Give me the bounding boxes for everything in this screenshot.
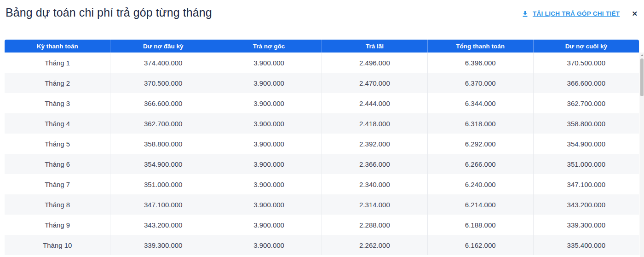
table-cell: 6.240.000 [427,174,533,194]
table-cell: 6.162.000 [427,235,533,255]
table-cell: 3.900.000 [216,194,322,215]
table-cell: 3.900.000 [216,154,322,174]
table-cell: 2.418.000 [322,113,427,134]
column-header: Tổng thanh toán [427,40,533,53]
table-cell: 343.200.000 [533,194,639,215]
page-title: Bảng dự toán chi phí trả góp từng tháng [6,6,212,19]
table-cell: 6.396.000 [427,53,533,73]
table-cell: 3.900.000 [216,235,322,255]
table-cell: Tháng 9 [5,215,110,235]
installment-table: Kỳ thanh toánDư nợ đầu kỳTrả nợ gốcTrả l… [5,40,639,255]
table-cell: Tháng 7 [5,174,110,194]
table-cell: 6.370.000 [427,73,533,93]
vertical-scrollbar[interactable] [640,53,644,257]
table-cell: Tháng 5 [5,134,110,154]
table-cell: 2.340.000 [322,174,427,194]
table-cell: 2.470.000 [322,73,427,93]
table-cell: 335.400.000 [533,235,639,255]
table-cell: 6.292.000 [427,134,533,154]
table-cell: 2.496.000 [322,53,427,73]
column-header: Trả lãi [322,40,427,53]
download-icon [522,10,529,18]
table-row: Tháng 2370.500.0003.900.0002.470.0006.37… [5,73,639,93]
installment-modal: Bảng dự toán chi phí trả góp từng tháng … [0,0,644,257]
table-cell: 2.314.000 [322,194,427,215]
table-cell: 347.100.000 [110,194,216,215]
table-row: Tháng 9343.200.0003.900.0002.288.0006.18… [5,215,639,235]
table-cell: 6.266.000 [427,154,533,174]
column-header: Trả nợ gốc [216,40,322,53]
table-cell: 3.900.000 [216,215,322,235]
table-row: Tháng 1374.400.0003.900.0002.496.0006.39… [5,53,639,73]
download-link-label: TẢI LỊCH TRẢ GÓP CHI TIẾT [533,10,620,17]
table-header-row: Kỳ thanh toánDư nợ đầu kỳTrả nợ gốcTrả l… [5,40,639,53]
table-cell: 339.300.000 [533,215,639,235]
table-cell: 362.700.000 [110,113,216,134]
table-cell: 6.344.000 [427,93,533,113]
table-cell: 339.300.000 [110,235,216,255]
table-cell: 2.444.000 [322,93,427,113]
table-cell: 6.214.000 [427,194,533,215]
table-cell: 370.500.000 [110,73,216,93]
table-cell: 3.900.000 [216,113,322,134]
header-actions: TẢI LỊCH TRẢ GÓP CHI TIẾT ✕ [522,9,638,18]
table-cell: 358.800.000 [533,113,639,134]
table-cell: 2.392.000 [322,134,427,154]
table-cell: 351.000.000 [533,154,639,174]
column-header: Kỳ thanh toán [5,40,110,53]
table-cell: 3.900.000 [216,53,322,73]
column-header: Dư nợ cuối kỳ [533,40,639,53]
table-cell: 2.366.000 [322,154,427,174]
table-row: Tháng 5358.800.0003.900.0002.392.0006.29… [5,134,639,154]
table-row: Tháng 4362.700.0003.900.0002.418.0006.31… [5,113,639,134]
table-cell: 362.700.000 [533,93,639,113]
close-button[interactable]: ✕ [631,9,638,18]
table-row: Tháng 7351.000.0003.900.0002.340.0006.24… [5,174,639,194]
table-row: Tháng 10339.300.0003.900.0002.262.0006.1… [5,235,639,255]
download-schedule-link[interactable]: TẢI LỊCH TRẢ GÓP CHI TIẾT [522,10,620,18]
table-cell: Tháng 6 [5,154,110,174]
table-cell: 374.400.000 [110,53,216,73]
table-row: Tháng 8347.100.0003.900.0002.314.0006.21… [5,194,639,215]
table-cell: 354.900.000 [533,134,639,154]
column-header: Dư nợ đầu kỳ [110,40,216,53]
table-row: Tháng 6354.900.0003.900.0002.366.0006.26… [5,154,639,174]
table-cell: 358.800.000 [110,134,216,154]
table-cell: Tháng 10 [5,235,110,255]
table-cell: 343.200.000 [110,215,216,235]
table-cell: 3.900.000 [216,134,322,154]
table-cell: 2.288.000 [322,215,427,235]
table-row: Tháng 3366.600.0003.900.0002.444.0006.34… [5,93,639,113]
table-cell: 347.100.000 [533,174,639,194]
table-cell: 2.262.000 [322,235,427,255]
table-cell: 366.600.000 [110,93,216,113]
table-cell: Tháng 8 [5,194,110,215]
scrollbar-up-arrow-icon[interactable] [641,54,644,56]
table-cell: Tháng 1 [5,53,110,73]
table-cell: Tháng 3 [5,93,110,113]
table-cell: 370.500.000 [533,53,639,73]
table-body: Tháng 1374.400.0003.900.0002.496.0006.39… [5,53,639,255]
scrollbar-thumb[interactable] [640,58,644,96]
table-cell: 366.600.000 [533,73,639,93]
table-cell: 3.900.000 [216,73,322,93]
table-cell: 6.318.000 [427,113,533,134]
table-cell: 351.000.000 [110,174,216,194]
table-cell: 3.900.000 [216,174,322,194]
table-cell: Tháng 4 [5,113,110,134]
table-cell: 6.188.000 [427,215,533,235]
table-cell: 354.900.000 [110,154,216,174]
table-cell: Tháng 2 [5,73,110,93]
table-cell: 3.900.000 [216,93,322,113]
